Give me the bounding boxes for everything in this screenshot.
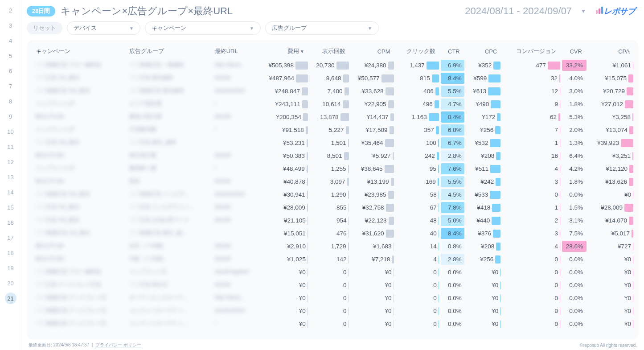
page-nav-19[interactable]: 19 <box>0 260 21 276</box>
cell-cpm: ¥1,683 <box>349 240 394 253</box>
cell-cost: ¥30,941 <box>258 188 308 201</box>
cell-impressions: 8,501 <box>308 149 349 162</box>
reset-button[interactable]: リセット <box>27 22 62 34</box>
page-nav-3[interactable]: 3 <box>0 18 21 33</box>
page-nav-10[interactable]: 10 <box>0 124 21 139</box>
page-nav-7[interactable]: 7 <box>0 78 21 94</box>
cell-impressions: 13,878 <box>308 111 349 124</box>
page-nav-18[interactable]: 18 <box>0 245 21 260</box>
cell-cost: ¥248,847 <box>258 85 308 98</box>
page-nav-9[interactable]: 9 <box>0 109 21 124</box>
col-clicks[interactable]: クリック数 <box>394 45 439 59</box>
cell-adgroup: 費用調べ層 <box>126 162 211 175</box>
page-nav-4[interactable]: 4 <box>0 33 21 48</box>
cell-cpc: ¥256 <box>466 124 501 136</box>
page-nav-20[interactable]: 20 <box>0 276 21 291</box>
page-nav-11[interactable]: 11 <box>0 139 21 154</box>
cell-cpa: ¥0 <box>588 292 633 305</box>
chevron-down-icon[interactable]: ▼ <box>581 8 586 14</box>
col-cpc[interactable]: CPC <box>466 45 501 59</box>
cell-campaign: 〇〇検索広告 アロー歯科医 <box>32 59 126 72</box>
cell-url: http://abcd... <box>211 59 259 72</box>
data-table-container: キャンペーン 広告グループ 最終URL 費用▼ 表示回数 CPM クリック数 C… <box>27 40 639 339</box>
device-dropdown[interactable]: デバイス ▼ <box>67 21 140 35</box>
adgroup-dropdown[interactable]: 広告グループ ▼ <box>265 21 379 35</box>
col-adgroup[interactable]: 広告グループ <box>126 45 211 59</box>
page-nav-16[interactable]: 16 <box>0 215 21 230</box>
table-row: 〇〇広告 Gd_横浜〇〇広告 インビザライン...dental/¥28,0098… <box>32 201 633 214</box>
col-url[interactable]: 最終URL <box>211 45 259 59</box>
page-sidebar: 23456789101112131415161718192021 <box>0 0 21 350</box>
cell-conversions: 4 <box>500 162 560 175</box>
page-nav-13[interactable]: 13 <box>0 169 21 185</box>
cell-cost: ¥0 <box>258 266 308 279</box>
cell-cpc: ¥0 <box>466 266 501 279</box>
cell-clicks: 0 <box>394 266 439 279</box>
cell-adgroup: 〇〇広告 横浜歯科 <box>126 72 211 85</box>
cell-clicks: 357 <box>394 124 439 136</box>
page-nav-21[interactable]: 21 <box>5 292 16 304</box>
cell-cvr: 0.0% <box>560 305 588 317</box>
table-row: インプラントLPエリア指定層/¥243,11110,614¥22,9054964… <box>32 98 633 111</box>
cell-impressions: 3,097 <box>308 175 349 188</box>
page-nav-5[interactable]: 5 <box>0 48 21 63</box>
cell-adgroup: インプラント広 <box>126 266 211 279</box>
page-nav-12[interactable]: 12 <box>0 154 21 169</box>
table-row: 〇〇検索広告 アロー歯科医〇〇検索広告 一般歯科http://abcd...¥5… <box>32 59 633 72</box>
cell-impressions: 1,255 <box>308 162 349 175</box>
cell-cost: ¥0 <box>258 279 308 292</box>
cell-url: / <box>211 317 259 330</box>
cell-clicks: 4 <box>394 253 439 266</box>
cell-ctr: 0.0% <box>439 292 466 305</box>
cell-url: okashiarifee/ <box>211 305 259 317</box>
page-nav-14[interactable]: 14 <box>0 185 21 200</box>
col-cpa[interactable]: CPA <box>588 45 633 59</box>
cell-cpc: ¥533 <box>466 188 501 201</box>
cell-cvr: 0.0% <box>560 188 588 201</box>
page-nav-8[interactable]: 8 <box>0 94 21 109</box>
campaign-dropdown[interactable]: キャンペーン ▼ <box>145 21 261 35</box>
cell-cvr: 2.0% <box>560 124 588 136</box>
period-badge: 28日間 <box>27 6 55 16</box>
page-nav-17[interactable]: 17 <box>0 230 21 245</box>
cell-campaign: 〇〇検索広告 Gd_横浜 <box>32 227 126 240</box>
cell-cpc: ¥352 <box>466 59 501 72</box>
col-cvr[interactable]: CVR <box>560 45 588 59</box>
privacy-link[interactable]: プライバシー ポリシー <box>95 342 141 347</box>
cell-cpm: ¥5,927 <box>349 149 394 162</box>
page-nav-2[interactable]: 2 <box>0 3 21 18</box>
cell-cpm: ¥22,905 <box>349 98 394 111</box>
col-conversions[interactable]: コンバージョン <box>500 45 560 59</box>
cell-cvr: 1.8% <box>560 175 588 188</box>
cell-url: okashiarifee/ <box>211 188 259 201</box>
cell-ctr: 7.6% <box>439 162 466 175</box>
cell-campaign: インプラントLP <box>32 98 126 111</box>
cell-clicks: 95 <box>394 162 439 175</box>
cell-cpa: ¥20,729 <box>588 85 633 98</box>
table-row: 〇〇広告 Gd_横浜〇〇広告 横浜歯科dental/¥487,9649,648¥… <box>32 72 633 85</box>
col-ctr[interactable]: CTR <box>439 45 466 59</box>
cell-adgroup: 〇〇検索広告 インビザ... <box>126 188 211 201</box>
col-campaign[interactable]: キャンペーン <box>32 45 126 59</box>
cell-adgroup: オーディエンスターゲ... <box>126 292 211 305</box>
cell-cost: ¥53,231 <box>258 136 308 149</box>
cell-cpc: ¥490 <box>466 98 501 111</box>
cell-ctr: 6.9% <box>439 59 466 72</box>
cell-impressions: 855 <box>308 201 349 214</box>
col-impressions[interactable]: 表示回数 <box>308 45 349 59</box>
cell-cvr: 3.0% <box>560 85 588 98</box>
date-range[interactable]: 2024/08/11 - 2024/09/07 <box>465 5 572 17</box>
cell-clicks: 242 <box>394 149 439 162</box>
footer: 最終更新日: 2024/9/8 18:47:37 | プライバシー ポリシー ©… <box>21 341 644 350</box>
cell-cpc: ¥440 <box>466 214 501 227</box>
page-nav-15[interactable]: 15 <box>0 200 21 215</box>
table-row: 〇〇検索広告 アロー歯科医インプラント広okashinigatee/¥00¥00… <box>32 266 633 279</box>
cell-impressions: 0 <box>308 266 349 279</box>
cell-cpa: ¥15,075 <box>588 72 633 85</box>
cell-campaign: 〇〇広告 ディスプレイ広告 <box>32 279 126 292</box>
col-cost[interactable]: 費用▼ <box>258 45 308 59</box>
page-nav-6[interactable]: 6 <box>0 63 21 78</box>
cell-adgroup: 女性（〜44歳） <box>126 240 211 253</box>
col-cpm[interactable]: CPM <box>349 45 394 59</box>
cell-url: dental/ <box>211 240 259 253</box>
